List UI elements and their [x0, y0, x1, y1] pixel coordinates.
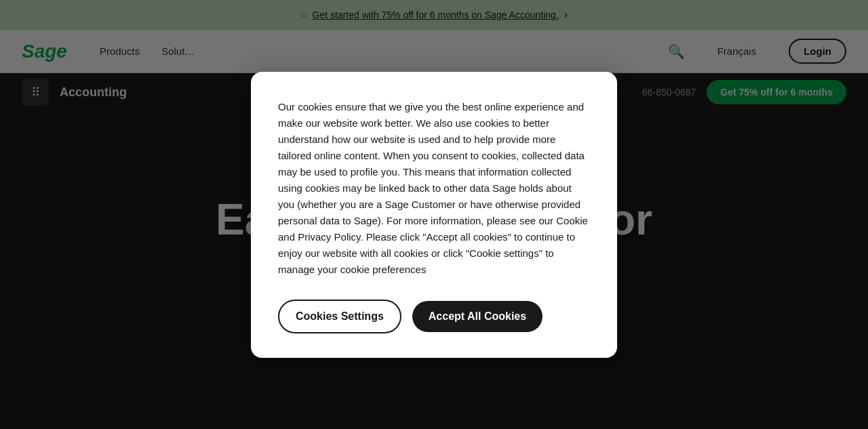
cookie-modal: Our cookies ensure that we give you the …	[251, 72, 617, 358]
cookie-body-text: Our cookies ensure that we give you the …	[278, 99, 590, 278]
cookie-overlay: Our cookies ensure that we give you the …	[0, 0, 868, 429]
cookie-actions: Cookies Settings Accept All Cookies	[278, 300, 590, 333]
accept-all-cookies-button[interactable]: Accept All Cookies	[412, 301, 542, 332]
cookies-settings-button[interactable]: Cookies Settings	[278, 300, 401, 333]
